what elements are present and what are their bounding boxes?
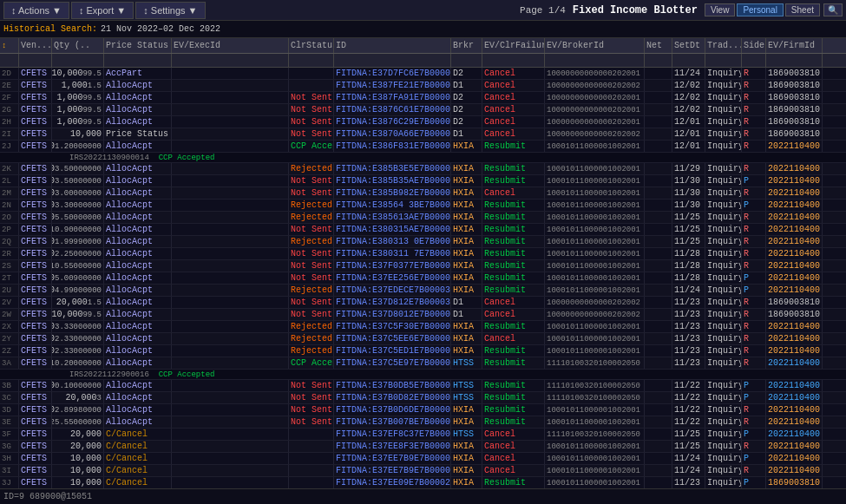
table-row[interactable]: 2X CFETS 10,000 3.33000000 AllocAcpt Rej… (0, 321, 846, 333)
setdt: 11/25 (672, 429, 705, 440)
table-row[interactable]: 3F CFETS 20,000 C/Cancel FITDNA:E37EF8C3… (0, 429, 846, 441)
price-status: C/Cancel (104, 465, 172, 476)
table-row[interactable]: 2J CFETS 500,000 1.20000000 AllocAcpt CC… (0, 141, 846, 153)
id: FITDNA:E3876C61E7B00003 (334, 104, 451, 115)
col-brkr[interactable]: Brkr (451, 38, 482, 53)
search-icon-btn[interactable]: 🔍 (823, 3, 843, 16)
ev-clr: Resubmit (482, 380, 545, 391)
col-id[interactable]: ID (334, 38, 451, 53)
table-row[interactable]: 3D CFETS 50,000 2.89980000 AllocAcpt Not… (0, 404, 846, 416)
qty-price: 1,000 99.5 (52, 92, 104, 103)
table-row[interactable]: 2I CFETS 10,000 Price Status Not Sent FI… (0, 128, 846, 141)
col-trade[interactable]: Trad... (705, 38, 742, 53)
ven: CFETS (19, 236, 52, 247)
ev-clr: Resubmit (482, 163, 545, 174)
id: FITDNA:E37EE7B9E7B00002 (334, 465, 451, 476)
table-row[interactable]: 2U CFETS 10,000 4.99000000 AllocAcpt Rej… (0, 285, 846, 297)
table-row[interactable]: 3E CFETS 50,000 25.55000000 AllocAcpt No… (0, 416, 846, 429)
col-execid[interactable]: EV/ExecId (172, 38, 289, 53)
ev-clr: Resubmit (482, 200, 545, 211)
table-row[interactable]: 2L CFETS 50,000 3.50000000 AllocAcpt Not… (0, 175, 846, 187)
table-row[interactable]: 2V CFETS 20,000 1.5 AllocAcpt Not Sent F… (0, 297, 846, 309)
table-row[interactable]: 2M CFETS 40,000 3.00000000 AllocAcpt Not… (0, 187, 846, 200)
actions-button[interactable]: ↕ Actions ▼ (3, 2, 69, 19)
col-net[interactable]: Net (645, 38, 672, 53)
ven: CFETS (19, 175, 52, 187)
row-num: 2N (0, 200, 19, 211)
brkr: D2 (451, 68, 482, 79)
table-row[interactable]: 3H CFETS 10,000 C/Cancel FITDNA:E37EE7B9… (0, 453, 846, 465)
row-num: 2P (0, 224, 19, 235)
col-brkrid[interactable]: EV/BrokerId (545, 38, 645, 53)
side: R (742, 465, 766, 476)
table-row[interactable]: 2Q CFETS 10,000 1.99990000 AllocAcpt Rej… (0, 236, 846, 248)
ev-clr: Cancel (482, 453, 545, 464)
search-label: Historical Search: (3, 24, 97, 34)
price-status: AllocAcpt (104, 236, 172, 247)
personal-button[interactable]: Personal (737, 3, 783, 16)
price-status: C/Cancel (104, 429, 172, 440)
setdt: 11/22 (672, 392, 705, 403)
brkrid: 10001011000001002001 (545, 441, 645, 452)
clr-status (289, 441, 334, 452)
table-row[interactable]: 2H CFETS 1,000 99.5 AllocAcpt Not Sent F… (0, 116, 846, 128)
net (645, 441, 672, 452)
table-row[interactable]: 2F CFETS 1,000 99.5 AllocAcpt Not Sent F… (0, 92, 846, 104)
sub-execid (172, 54, 289, 67)
clr-status: Not Sent (289, 297, 334, 308)
table-row[interactable]: 3I CFETS 10,000 C/Cancel FITDNA:E37EE7B9… (0, 465, 846, 477)
col-side[interactable]: Side (742, 38, 766, 53)
id: FITDNA:E380313 0E7B00003 (334, 236, 451, 247)
clr-status (289, 68, 334, 79)
brkr: HXIA (451, 141, 482, 152)
brkr: HXIA (451, 212, 482, 223)
settings-button[interactable]: ↕ Settings ▼ (135, 2, 205, 19)
brkrid: 10001011000001002001 (545, 141, 645, 152)
table-row[interactable]: 2D CFETS 10,000 99.5 AccPart FITDNA:E37D… (0, 68, 846, 80)
table-row[interactable]: 2K CFETS 70,000 3.50000000 AllocAcpt Rej… (0, 163, 846, 175)
col-setdt[interactable]: SetDt (672, 38, 705, 53)
table-row[interactable]: 3A CFETS 10,000 10.20000000 AllocAcpt CC… (0, 357, 846, 370)
view-button[interactable]: View (705, 3, 736, 16)
table-row[interactable]: 2R CFETS 10,000 2.25000000 AllocAcpt Not… (0, 248, 846, 260)
brkrid: 10001011000001002001 (545, 200, 645, 211)
table-row[interactable]: 2T CFETS 10,000 5.00900000 AllocAcpt Not… (0, 272, 846, 285)
setdt: 11/23 (672, 477, 705, 488)
net (645, 248, 672, 259)
col-price-status[interactable]: Price Status (104, 38, 172, 53)
trade: Inquiry (705, 200, 742, 211)
table-row[interactable]: 3G CFETS 20,000 C/Cancel FITDNA:E37EE8F3… (0, 441, 846, 453)
sheet-button[interactable]: Sheet (785, 3, 820, 16)
col-qty-price[interactable]: Qty (.. (52, 38, 104, 53)
col-clrstatus[interactable]: ClrStatus (289, 38, 334, 53)
table-row[interactable]: 2Y CFETS 10,000 2.33000000 AllocAcpt Rej… (0, 333, 846, 345)
table-row[interactable]: 3C CFETS 20,000 3 AllocAcpt Not Sent FIT… (0, 392, 846, 404)
col-ven[interactable]: Ven... (19, 38, 52, 53)
table-row[interactable]: 2W CFETS 10,000 99.5 AllocAcpt Not Sent … (0, 309, 846, 321)
table-row[interactable]: 3B CFETS 20,000 0.10000000 AllocAcpt Not… (0, 380, 846, 392)
table-row[interactable]: 2S CFETS 10,000 10.55000000 AllocAcpt No… (0, 260, 846, 272)
table-row[interactable]: 2Z CFETS 20,000 2.33000000 AllocAcpt Rej… (0, 345, 846, 357)
col-firmid[interactable]: EV/FirmId (766, 38, 823, 53)
table-row[interactable]: 3J CFETS 10,000 C/Cancel FITDNA:E37EE09E… (0, 477, 846, 488)
price-status: AllocAcpt (104, 357, 172, 369)
export-button[interactable]: ↕ Export ▼ (71, 2, 134, 19)
table-row[interactable]: 2E CFETS 1,000 1.5 AllocAcpt FITDNA:E387… (0, 80, 846, 92)
clr-status: Not Sent (289, 187, 334, 199)
id: FITDNA:E37C5F30E7B00003 (334, 321, 451, 332)
id: FITDNA:E385B3E5E7B00003 (334, 163, 451, 174)
row-num: 2H (0, 116, 19, 128)
id: FITDNA:E37C5ED1E7B00003 (334, 345, 451, 357)
brkr: HXIA (451, 260, 482, 272)
clr-status: Not Sent (289, 272, 334, 284)
ev-clr: Cancel (482, 116, 545, 128)
table-row[interactable]: 2P CFETS 10,000 10.90000000 AllocAcpt No… (0, 224, 846, 236)
side: R (742, 404, 766, 416)
clr-status: CCP Accepted (289, 141, 334, 152)
table-row[interactable]: 2O CFETS 20,000 5.50000000 AllocAcpt Rej… (0, 212, 846, 224)
search-value: 21 Nov 2022–02 Dec 2022 (101, 24, 220, 34)
table-row[interactable]: 2N CFETS 60,000 3.30000000 AllocAcpt Rej… (0, 200, 846, 212)
col-ev-clr[interactable]: EV/ClrFailureIn... (482, 38, 545, 53)
table-row[interactable]: 2G CFETS 1,000 99.5 AllocAcpt Not Sent F… (0, 104, 846, 116)
brkrid: 10000000000000202002 (545, 309, 645, 320)
